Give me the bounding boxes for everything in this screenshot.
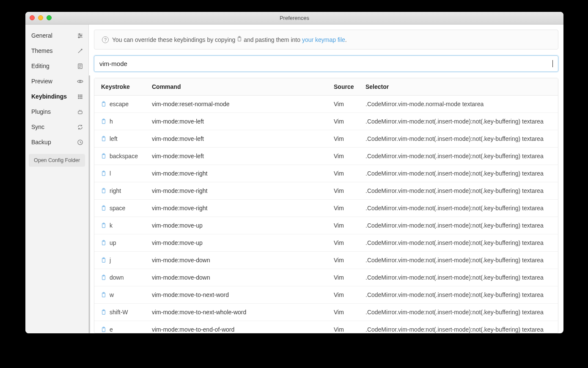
copy-icon[interactable] xyxy=(101,222,106,228)
grid-icon xyxy=(77,93,83,100)
cell-keystroke: right xyxy=(101,187,152,194)
cell-command: vim-mode:move-up xyxy=(152,239,334,246)
cell-keystroke: shift-W xyxy=(101,309,152,316)
sidebar-item-label: Sync xyxy=(31,124,44,130)
table-row[interactable]: spacevim-mode:move-rightVim.CodeMirror.v… xyxy=(94,200,558,217)
sidebar-item-editing[interactable]: Editing xyxy=(25,58,88,74)
cell-keystroke: e xyxy=(101,326,152,333)
cell-source: Vim xyxy=(334,222,365,229)
zoom-window-button[interactable] xyxy=(47,15,52,20)
cell-source: Vim xyxy=(334,291,365,298)
window-controls xyxy=(30,15,52,20)
cell-source: Vim xyxy=(334,326,365,333)
cell-selector: .CodeMirror.vim-mode:not(.insert-mode):n… xyxy=(365,326,551,333)
cell-command: vim-mode:move-right xyxy=(152,187,334,194)
eye-icon xyxy=(77,78,83,85)
copy-icon[interactable] xyxy=(101,292,106,298)
copy-icon[interactable] xyxy=(101,275,106,280)
copy-icon[interactable] xyxy=(101,327,106,332)
table-row[interactable]: upvim-mode:move-upVim.CodeMirror.vim-mod… xyxy=(94,234,558,252)
cell-source: Vim xyxy=(334,257,365,264)
table-row[interactable]: kvim-mode:move-upVim.CodeMirror.vim-mode… xyxy=(94,217,558,234)
sidebar-item-label: Editing xyxy=(31,63,49,69)
table-row[interactable]: downvim-mode:move-downVim.CodeMirror.vim… xyxy=(94,269,558,286)
cell-keystroke: space xyxy=(101,205,152,211)
cell-keystroke: h xyxy=(101,118,152,125)
preferences-window: Preferences GeneralThemesEditingPreviewK… xyxy=(25,12,563,333)
table-row[interactable]: rightvim-mode:move-rightVim.CodeMirror.v… xyxy=(94,182,558,200)
cell-keystroke: escape xyxy=(101,101,152,107)
table-row[interactable]: lvim-mode:move-rightVim.CodeMirror.vim-m… xyxy=(94,165,558,182)
wand-icon xyxy=(77,47,83,54)
cell-source: Vim xyxy=(334,153,365,159)
text-cursor xyxy=(552,60,553,67)
col-command: Command xyxy=(152,83,334,90)
copy-icon[interactable] xyxy=(101,153,106,159)
copy-icon[interactable] xyxy=(101,118,106,124)
sidebar-item-themes[interactable]: Themes xyxy=(25,43,88,58)
cell-command: vim-mode:reset-normal-mode xyxy=(152,101,334,107)
cell-selector: .CodeMirror.vim-mode:not(.insert-mode):n… xyxy=(365,291,551,298)
cell-command: vim-mode:move-up xyxy=(152,222,334,229)
cell-source: Vim xyxy=(334,205,365,211)
table-row[interactable]: jvim-mode:move-downVim.CodeMirror.vim-mo… xyxy=(94,252,558,269)
copy-icon[interactable] xyxy=(101,188,106,194)
sidebar-item-general[interactable]: General xyxy=(25,28,88,43)
table-row[interactable]: escapevim-mode:reset-normal-modeVim.Code… xyxy=(94,96,558,113)
search-input[interactable]: vim-mode xyxy=(94,55,558,72)
window-body: GeneralThemesEditingPreviewKeybindingsPl… xyxy=(25,25,563,333)
cell-command: vim-mode:move-left xyxy=(152,118,334,125)
cell-keystroke: down xyxy=(101,274,152,281)
table-body[interactable]: escapevim-mode:reset-normal-modeVim.Code… xyxy=(94,96,558,333)
cell-keystroke: k xyxy=(101,222,152,229)
sidebar-item-keybindings[interactable]: Keybindings xyxy=(25,89,88,104)
titlebar[interactable]: Preferences xyxy=(25,12,563,25)
sidebar-item-label: Preview xyxy=(31,78,52,85)
sidebar-item-preview[interactable]: Preview xyxy=(25,74,88,89)
table-row[interactable]: leftvim-mode:move-leftVim.CodeMirror.vim… xyxy=(94,130,558,148)
search-value: vim-mode xyxy=(99,60,552,67)
cell-source: Vim xyxy=(334,309,365,316)
cell-command: vim-mode:move-down xyxy=(152,257,334,264)
sidebar-item-label: Themes xyxy=(31,47,53,54)
close-window-button[interactable] xyxy=(30,15,35,20)
cell-selector: .CodeMirror.vim-mode:not(.insert-mode):n… xyxy=(365,205,551,211)
cell-source: Vim xyxy=(334,170,365,177)
sidebar-item-sync[interactable]: Sync xyxy=(25,119,88,135)
minimize-window-button[interactable] xyxy=(38,15,43,20)
table-row[interactable]: shift-Wvim-mode:move-to-next-whole-wordV… xyxy=(94,304,558,321)
copy-icon[interactable] xyxy=(101,101,106,107)
open-config-folder-button[interactable]: Open Config Folder xyxy=(29,154,85,167)
copy-icon[interactable] xyxy=(101,136,106,142)
cell-source: Vim xyxy=(334,239,365,246)
sliders-icon xyxy=(77,32,83,39)
sidebar-item-plugins[interactable]: Plugins xyxy=(25,104,88,119)
cell-source: Vim xyxy=(334,187,365,194)
copy-icon[interactable] xyxy=(101,309,106,315)
table-row[interactable]: wvim-mode:move-to-next-wordVim.CodeMirro… xyxy=(94,286,558,304)
cell-selector: .CodeMirror.vim-mode:not(.insert-mode):n… xyxy=(365,222,551,229)
table-row[interactable]: hvim-mode:move-leftVim.CodeMirror.vim-mo… xyxy=(94,113,558,130)
cell-selector: .CodeMirror.vim-mode:not(.insert-mode):n… xyxy=(365,274,551,281)
help-icon: ? xyxy=(102,36,109,43)
col-selector: Selector xyxy=(365,83,551,90)
clipboard-icon xyxy=(237,36,242,42)
cell-selector: .CodeMirror.vim-mode:not(.insert-mode):n… xyxy=(365,170,551,177)
sidebar-item-backup[interactable]: Backup xyxy=(25,135,88,150)
table-row[interactable]: evim-mode:move-to-end-of-wordVim.CodeMir… xyxy=(94,321,558,333)
cell-selector: .CodeMirror.vim-mode:not(.insert-mode):n… xyxy=(365,257,551,264)
copy-icon[interactable] xyxy=(101,257,106,263)
keybindings-table: Keystroke Command Source Selector escape… xyxy=(94,78,558,333)
hint-text-prefix: You can override these keybindings by co… xyxy=(112,36,235,43)
cell-selector: .CodeMirror.vim-mode:not(.insert-mode):n… xyxy=(365,118,551,125)
copy-icon[interactable] xyxy=(101,240,106,246)
cell-command: vim-mode:move-to-end-of-word xyxy=(152,326,334,333)
cell-source: Vim xyxy=(334,101,365,107)
cell-selector: .CodeMirror.vim-mode:not(.insert-mode):n… xyxy=(365,135,551,142)
keymap-file-link[interactable]: your keymap file xyxy=(302,36,345,43)
copy-icon[interactable] xyxy=(101,170,106,176)
table-row[interactable]: backspacevim-mode:move-leftVim.CodeMirro… xyxy=(94,148,558,165)
cell-keystroke: l xyxy=(101,170,152,177)
copy-icon[interactable] xyxy=(101,205,106,211)
sync-icon xyxy=(77,124,83,130)
